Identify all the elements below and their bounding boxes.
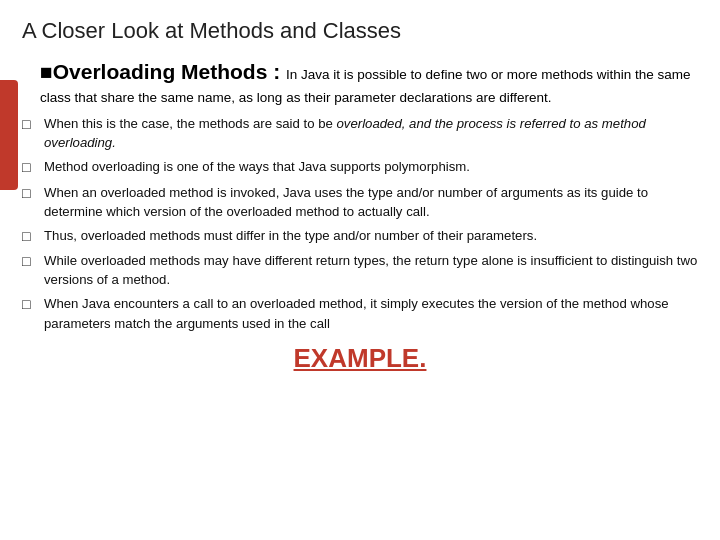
bullet-marker-6: □ [22, 294, 44, 314]
bullet-text-3: When an overloaded method is invoked, Ja… [44, 183, 698, 221]
bullet-item-5: □ While overloaded methods may have diff… [22, 251, 698, 289]
bullet-text-6: When Java encounters a call to an overlo… [44, 294, 698, 332]
bullet-item-4: □ Thus, overloaded methods must differ i… [22, 226, 698, 246]
bullet-item-2: □ Method overloading is one of the ways … [22, 157, 698, 177]
bullet-marker-3: □ [22, 183, 44, 203]
bullet-item-6: □ When Java encounters a call to an over… [22, 294, 698, 332]
heading-overloading: ■Overloading [40, 60, 181, 83]
bullet-text-2: Method overloading is one of the ways th… [44, 157, 698, 176]
bullet-marker-2: □ [22, 157, 44, 177]
bullet-marker-5: □ [22, 251, 44, 271]
left-accent-bar [0, 80, 18, 190]
bullet-text-5: While overloaded methods may have differ… [44, 251, 698, 289]
section-heading: ■Overloading Methods : In Java it is pos… [22, 58, 698, 108]
italic-text-1: overloaded, and the process is referred … [44, 116, 646, 150]
example-label: EXAMPLE. [22, 343, 698, 374]
heading-methods: Methods [181, 60, 273, 83]
bullet-marker-1: □ [22, 114, 44, 134]
heading-colon: : [273, 60, 286, 83]
bullet-item-3: □ When an overloaded method is invoked, … [22, 183, 698, 221]
page-container: A Closer Look at Methods and Classes ■Ov… [0, 0, 720, 540]
bullet-text-1: When this is the case, the methods are s… [44, 114, 698, 152]
bullet-text-4: Thus, overloaded methods must differ in … [44, 226, 698, 245]
page-title: A Closer Look at Methods and Classes [22, 18, 698, 44]
bullet-item-1: □ When this is the case, the methods are… [22, 114, 698, 152]
bullet-marker-4: □ [22, 226, 44, 246]
